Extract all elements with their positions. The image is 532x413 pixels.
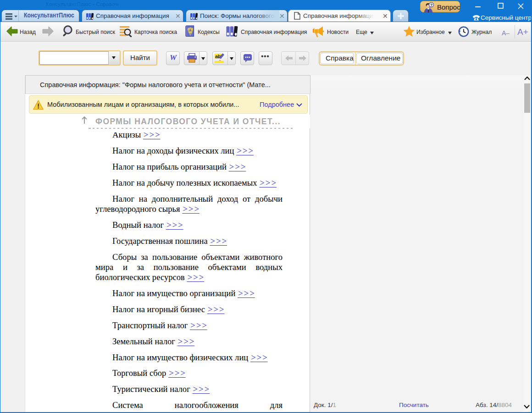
svg-text:?: ? bbox=[430, 3, 433, 7]
